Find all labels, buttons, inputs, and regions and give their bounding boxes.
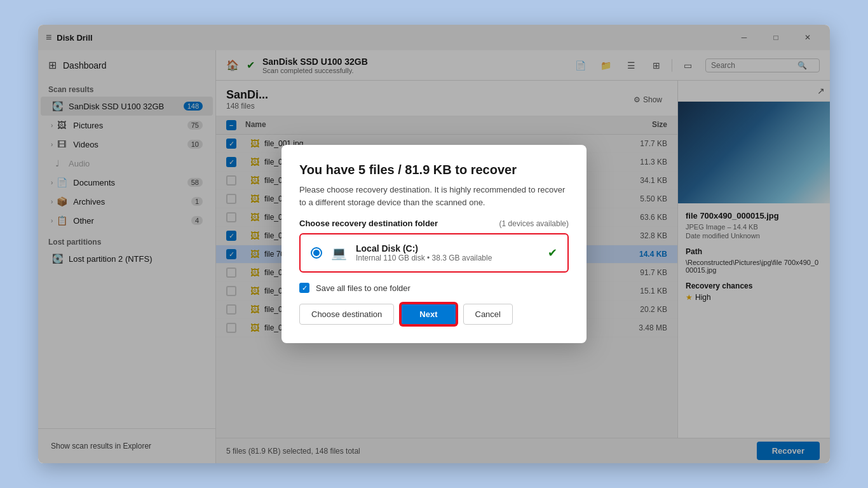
modal-checkbox-row[interactable]: ✓ Save all files to one folder <box>299 283 569 293</box>
next-button[interactable]: Next <box>400 303 456 325</box>
radio-inner <box>313 250 320 256</box>
modal-title: You have 5 files / 81.9 KB to recover <box>299 163 569 177</box>
app-window: ≡ Disk Drill ─ □ ✕ ⊞ Dashboard Scan resu… <box>38 25 830 463</box>
recovery-modal: You have 5 files / 81.9 KB to recover Pl… <box>281 145 587 343</box>
destination-option[interactable]: 💻 Local Disk (C:) Internal 110 GB disk •… <box>299 233 569 273</box>
dest-info: Local Disk (C:) Internal 110 GB disk • 3… <box>356 243 539 262</box>
modal-section-label: Choose recovery destination folder (1 de… <box>299 219 569 228</box>
save-to-folder-label: Save all files to one folder <box>316 283 410 293</box>
dest-name: Local Disk (C:) <box>356 243 539 254</box>
modal-actions: Choose destination Next Cancel <box>299 303 569 325</box>
modal-overlay: You have 5 files / 81.9 KB to recover Pl… <box>38 25 830 463</box>
cancel-button[interactable]: Cancel <box>463 304 513 325</box>
modal-description: Please choose recovery destination. It i… <box>299 184 569 208</box>
dest-check-icon: ✔ <box>548 246 557 260</box>
save-to-folder-checkbox[interactable]: ✓ <box>299 283 309 293</box>
modal-section-text: Choose recovery destination folder <box>299 219 438 228</box>
choose-destination-button[interactable]: Choose destination <box>299 304 394 325</box>
radio-button[interactable] <box>311 247 322 259</box>
modal-devices-count: (1 devices available) <box>499 219 569 228</box>
dest-disk-icon: 💻 <box>331 245 347 261</box>
dest-detail: Internal 110 GB disk • 38.3 GB available <box>356 254 539 262</box>
